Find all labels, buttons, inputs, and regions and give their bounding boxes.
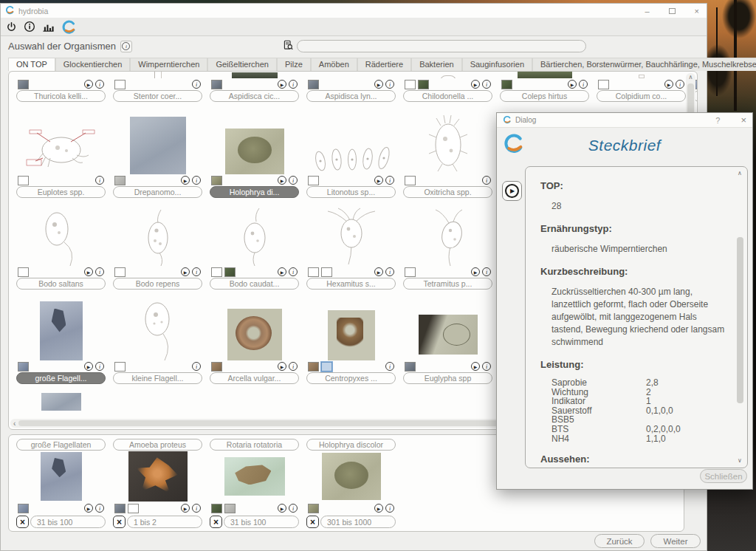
info-icon[interactable]: i bbox=[385, 80, 394, 89]
remove-icon[interactable]: × bbox=[210, 516, 222, 528]
thumbnail[interactable] bbox=[18, 504, 29, 513]
search-input[interactable] bbox=[297, 40, 586, 52]
organism-name[interactable]: Aspidisca cic... bbox=[210, 90, 299, 102]
play-icon[interactable]: ▶ bbox=[84, 504, 93, 513]
play-icon[interactable]: ▶ bbox=[84, 362, 93, 371]
selected-organism-name[interactable]: Holophrya discolor bbox=[306, 439, 396, 451]
selected-organism-name[interactable]: Amoeba proteus bbox=[113, 439, 202, 451]
info-icon[interactable]: i bbox=[192, 267, 201, 276]
scroll-left-icon[interactable]: ‹ bbox=[10, 420, 18, 428]
tab-raedertiere[interactable]: Rädertiere bbox=[357, 58, 411, 71]
tab-baertierchen[interactable]: Bärtierchen, Borstenwürmer, Bauchhärling… bbox=[532, 58, 756, 71]
thumbnail[interactable] bbox=[501, 80, 512, 89]
count-select[interactable]: 301 bis 1000 bbox=[320, 516, 396, 528]
thumbnail[interactable] bbox=[211, 504, 222, 513]
scrollbar-thumb[interactable] bbox=[737, 237, 743, 403]
info-icon[interactable]: i bbox=[95, 504, 104, 513]
scroll-down-icon[interactable]: ∨ bbox=[738, 456, 742, 465]
play-icon[interactable]: ▶ bbox=[84, 267, 93, 276]
selected-organism-name[interactable]: große Flagellaten bbox=[16, 439, 106, 451]
scroll-up-icon[interactable]: ∧ bbox=[738, 169, 742, 178]
play-icon[interactable]: ▶ bbox=[471, 362, 480, 371]
remove-icon[interactable]: × bbox=[306, 516, 319, 528]
info-icon[interactable]: i bbox=[192, 362, 201, 371]
thumbnail[interactable] bbox=[308, 80, 319, 89]
dialog-close-icon[interactable]: × bbox=[740, 114, 746, 126]
dialog-close-button[interactable]: Schließen bbox=[700, 469, 747, 483]
thumbnail[interactable] bbox=[211, 80, 222, 89]
hydrobia-logo-icon[interactable] bbox=[61, 19, 77, 35]
info-icon[interactable]: i bbox=[482, 362, 491, 371]
info-icon[interactable]: i bbox=[95, 176, 104, 185]
info-icon[interactable]: i bbox=[192, 176, 201, 185]
organism-name-selected[interactable]: Holophrya di... bbox=[210, 186, 299, 198]
selected-organism-name[interactable]: Rotaria rotatoria bbox=[210, 439, 299, 451]
next-button[interactable]: Weiter bbox=[650, 534, 701, 548]
play-icon[interactable]: ▶ bbox=[374, 80, 383, 89]
play-icon[interactable]: ▶ bbox=[278, 362, 286, 371]
thumbnail[interactable] bbox=[321, 267, 332, 277]
organism-name[interactable]: Oxitricha spp. bbox=[403, 186, 492, 198]
info-icon[interactable] bbox=[24, 21, 35, 32]
organism-name[interactable]: Tetramitus p... bbox=[403, 278, 492, 290]
info-icon[interactable]: i bbox=[95, 267, 104, 276]
back-button[interactable]: Zurück bbox=[594, 534, 645, 548]
thumbnail-selected[interactable] bbox=[321, 362, 332, 372]
thumbnail[interactable] bbox=[211, 267, 222, 277]
organism-name[interactable]: Hexamitus s... bbox=[306, 278, 396, 290]
info-icon[interactable]: i bbox=[289, 176, 298, 185]
tab-sauginfusorien[interactable]: Sauginfusorien bbox=[462, 58, 532, 71]
organism-name[interactable]: Drepanomo... bbox=[113, 186, 202, 198]
play-icon[interactable]: ▶ bbox=[181, 176, 190, 185]
organism-name[interactable]: Euglypha spp bbox=[403, 372, 492, 384]
play-icon[interactable]: ▶ bbox=[374, 176, 383, 185]
dialog-play-button[interactable]: ▶ bbox=[502, 181, 522, 201]
info-icon[interactable]: i bbox=[95, 80, 104, 89]
thumbnail[interactable] bbox=[224, 504, 236, 513]
thumbnail[interactable] bbox=[405, 362, 416, 372]
organism-name-selected[interactable]: große Flagell... bbox=[16, 372, 106, 384]
play-icon[interactable]: ▶ bbox=[278, 504, 286, 513]
scroll-up-icon[interactable]: ∧ bbox=[689, 73, 693, 82]
organism-name[interactable]: Thuricola kelli... bbox=[16, 90, 106, 102]
tab-glockentierchen[interactable]: Glockentierchen bbox=[55, 58, 131, 71]
play-icon[interactable]: ▶ bbox=[664, 80, 673, 89]
thumbnail[interactable] bbox=[18, 80, 29, 89]
thumbnail[interactable] bbox=[405, 176, 416, 185]
tab-pilze[interactable]: Pilze bbox=[277, 58, 311, 71]
organism-name[interactable]: kleine Flagell... bbox=[113, 372, 202, 384]
info-icon[interactable]: i bbox=[192, 504, 201, 513]
organism-name[interactable]: Chilodonella ... bbox=[403, 90, 492, 102]
thumbnail[interactable] bbox=[114, 80, 126, 89]
play-icon[interactable]: ▶ bbox=[84, 80, 93, 89]
tab-geisseltierchen[interactable]: Geißeltierchen bbox=[207, 58, 277, 71]
play-icon[interactable]: ▶ bbox=[374, 267, 383, 276]
organism-name[interactable]: Euplotes spp. bbox=[16, 186, 106, 198]
thumbnail[interactable] bbox=[18, 176, 29, 185]
info-icon[interactable]: i bbox=[482, 267, 491, 276]
thumbnail[interactable] bbox=[308, 267, 319, 277]
info-icon[interactable]: i bbox=[95, 362, 104, 371]
play-icon[interactable]: ▶ bbox=[471, 267, 480, 276]
info-icon[interactable]: i bbox=[579, 80, 588, 89]
organism-name[interactable]: Bodo saltans bbox=[16, 278, 106, 290]
thumbnail[interactable] bbox=[114, 504, 126, 513]
maximize-button[interactable] bbox=[669, 8, 676, 14]
info-icon[interactable]: i bbox=[385, 267, 394, 276]
thumbnail[interactable] bbox=[128, 504, 139, 513]
info-icon[interactable]: i bbox=[289, 362, 298, 371]
thumbnail[interactable] bbox=[211, 362, 222, 372]
tab-wimperntierchen[interactable]: Wimperntierchen bbox=[130, 58, 207, 71]
thumbnail[interactable] bbox=[114, 176, 126, 185]
thumbnail[interactable] bbox=[211, 176, 222, 185]
tab-on-top[interactable]: ON TOP bbox=[8, 58, 55, 71]
stats-icon[interactable] bbox=[42, 21, 55, 32]
organism-name[interactable]: Colpidium co... bbox=[597, 90, 686, 102]
power-icon[interactable] bbox=[6, 21, 17, 32]
play-icon[interactable]: ▶ bbox=[181, 504, 190, 513]
thumbnail[interactable] bbox=[405, 80, 416, 89]
remove-icon[interactable]: × bbox=[16, 516, 29, 528]
info-icon[interactable]: i bbox=[289, 80, 298, 89]
info-icon[interactable]: i bbox=[385, 362, 394, 371]
thumbnail[interactable] bbox=[308, 362, 319, 372]
